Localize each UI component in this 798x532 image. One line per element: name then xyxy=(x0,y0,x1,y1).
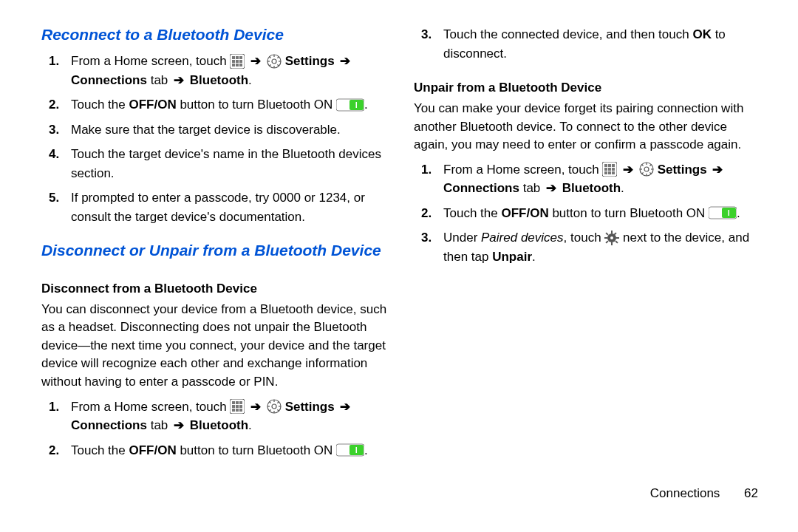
arrow-icon: ➔ xyxy=(248,54,263,68)
step-text: If prompted to enter a passcode, try 000… xyxy=(71,191,365,224)
step-text: Make sure that the target device is disc… xyxy=(71,123,341,137)
paired-devices-label: Paired devices xyxy=(481,231,564,245)
step-text: Touch the connected device, and then tou… xyxy=(443,27,692,41)
offon-label: OFF/ON xyxy=(129,443,176,457)
left-column: Reconnect to a Bluetooth Device From a H… xyxy=(41,25,390,502)
settings-label: Settings xyxy=(658,163,707,177)
page-number: 62 xyxy=(744,486,758,500)
toggle-on-icon xyxy=(336,97,364,113)
period: . xyxy=(621,181,624,195)
page-footer: Connections 62 xyxy=(650,486,758,501)
arrow-icon: ➔ xyxy=(710,163,725,177)
list-item: Touch the OFF/ON button to turn Bluetoot… xyxy=(41,441,390,460)
connections-label: Connections xyxy=(443,181,519,195)
apps-icon xyxy=(230,54,245,69)
step-text: , touch xyxy=(564,231,605,245)
step-text: tab xyxy=(519,181,544,195)
step-text: button to turn Bluetooth ON xyxy=(177,98,336,112)
step-text: tab xyxy=(147,73,171,87)
offon-label: OFF/ON xyxy=(501,206,548,220)
arrow-icon: ➔ xyxy=(621,163,635,177)
paragraph: You can make your device forget its pair… xyxy=(414,100,763,154)
subheading-disconnect: Disconnect from a Bluetooth Device xyxy=(41,282,390,296)
bluetooth-label: Bluetooth xyxy=(190,418,248,432)
connections-label: Connections xyxy=(71,418,147,432)
gear-icon xyxy=(267,399,282,414)
list-item: From a Home screen, touch ➔ Settings ➔ C… xyxy=(41,398,390,435)
step-text: From a Home screen, touch xyxy=(71,400,230,414)
period: . xyxy=(248,73,252,87)
step-text: From a Home screen, touch xyxy=(71,54,230,68)
section-title-reconnect: Reconnect to a Bluetooth Device xyxy=(41,25,390,44)
step-text: Touch the xyxy=(443,206,501,220)
step-text: button to turn Bluetooth ON xyxy=(177,443,336,457)
period: . xyxy=(364,443,368,457)
arrow-icon: ➔ xyxy=(248,400,263,414)
step-text: button to turn Bluetooth ON xyxy=(549,206,709,220)
gear-icon xyxy=(604,231,619,245)
step-text: Touch the target device's name in the Bl… xyxy=(71,147,381,180)
list-item: From a Home screen, touch ➔ Settings ➔ C… xyxy=(414,160,763,198)
list-item: Touch the connected device, and then tou… xyxy=(414,25,763,63)
gear-icon xyxy=(639,162,654,177)
disconnect-steps: From a Home screen, touch ➔ Settings ➔ C… xyxy=(41,398,390,466)
arrow-icon: ➔ xyxy=(338,400,352,414)
disconnect-steps-cont: Touch the connected device, and then tou… xyxy=(414,25,763,69)
toggle-on-icon xyxy=(709,205,737,221)
period: . xyxy=(248,418,252,432)
subheading-unpair: Unpair from a Bluetooth Device xyxy=(414,81,763,95)
manual-page: Reconnect to a Bluetooth Device From a H… xyxy=(0,0,798,532)
list-item: Touch the OFF/ON button to turn Bluetoot… xyxy=(41,95,390,115)
list-item: From a Home screen, touch ➔ Settings ➔ C… xyxy=(41,52,390,89)
paragraph: You can disconnect your device from a Bl… xyxy=(41,301,390,392)
toggle-on-icon xyxy=(336,442,364,458)
arrow-icon: ➔ xyxy=(171,418,186,432)
step-text: Touch the xyxy=(71,443,129,457)
list-item: Make sure that the target device is disc… xyxy=(41,120,390,140)
list-item: Touch the target device's name in the Bl… xyxy=(41,145,390,183)
list-item: Touch the OFF/ON button to turn Bluetoot… xyxy=(414,204,763,223)
right-column: Touch the connected device, and then tou… xyxy=(414,25,763,502)
offon-label: OFF/ON xyxy=(129,98,176,112)
unpair-label: Unpair xyxy=(492,250,532,264)
list-item: Under Paired devices, touch next to the … xyxy=(414,228,763,266)
apps-icon xyxy=(602,162,617,177)
section-title-disconnect: Disconnect or Unpair from a Bluetooth De… xyxy=(41,241,390,260)
arrow-icon: ➔ xyxy=(171,73,186,87)
reconnect-steps: From a Home screen, touch ➔ Settings ➔ C… xyxy=(41,52,390,232)
step-text: Under xyxy=(443,231,481,245)
bluetooth-label: Bluetooth xyxy=(190,73,248,87)
apps-icon xyxy=(230,399,245,414)
gear-icon xyxy=(267,54,282,69)
footer-section: Connections xyxy=(650,486,720,500)
unpair-steps: From a Home screen, touch ➔ Settings ➔ C… xyxy=(414,160,763,273)
settings-label: Settings xyxy=(285,400,335,414)
step-text: . xyxy=(532,250,536,264)
step-text: From a Home screen, touch xyxy=(443,163,602,177)
settings-label: Settings xyxy=(285,54,335,68)
step-text: Touch the xyxy=(71,98,129,112)
ok-label: OK xyxy=(692,27,712,41)
period: . xyxy=(737,206,740,220)
arrow-icon: ➔ xyxy=(544,181,559,195)
bluetooth-label: Bluetooth xyxy=(562,181,621,195)
arrow-icon: ➔ xyxy=(338,54,352,68)
list-item: If prompted to enter a passcode, try 000… xyxy=(41,188,390,226)
connections-label: Connections xyxy=(71,73,147,87)
step-text: tab xyxy=(147,418,171,432)
period: . xyxy=(364,98,368,112)
